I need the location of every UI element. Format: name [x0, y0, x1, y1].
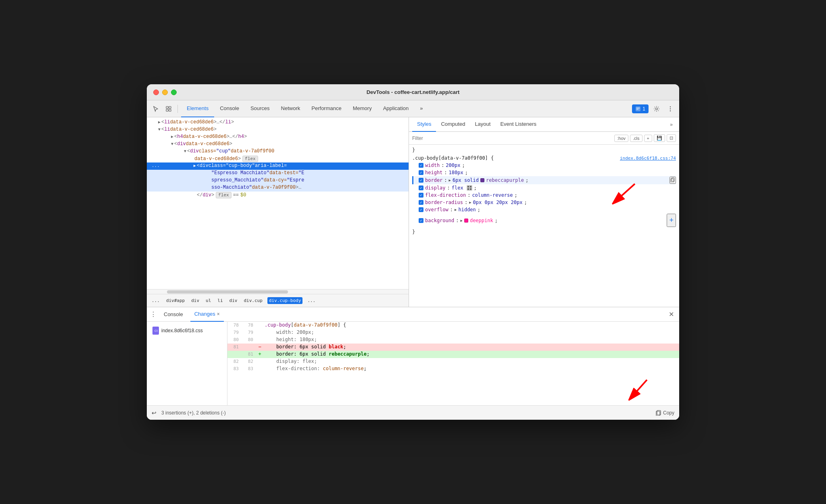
expand-triangle[interactable]: ▼ — [171, 142, 173, 146]
copy-button[interactable]: Copy — [656, 410, 674, 416]
settings-icon[interactable] — [651, 103, 662, 115]
drawer-menu-icon[interactable]: ⋮ — [150, 310, 156, 318]
prop-checkbox[interactable] — [419, 185, 423, 190]
notification-button[interactable]: 1 — [632, 104, 649, 113]
cursor-icon[interactable] — [150, 103, 161, 115]
changes-tab-close[interactable]: × — [217, 311, 220, 317]
html-line[interactable]: ▼ <li data-v-ced68de6> — [147, 126, 409, 133]
copy-property-button[interactable] — [670, 177, 676, 184]
prop-checkbox[interactable] — [419, 200, 423, 205]
html-line[interactable]: </div> flex == $0 — [147, 192, 409, 199]
flex-badge: flex — [242, 156, 258, 162]
tab-network[interactable]: Network — [275, 100, 306, 117]
elements-content[interactable]: ▶ <li data-v-ced68de6>…</li> ▼ <li data-… — [147, 117, 409, 289]
drawer-toolbar: ⋮ Console Changes × ✕ — [147, 307, 679, 322]
bottom-bar: ↩ 3 insertions (+), 2 deletions (-) Copy — [147, 405, 679, 420]
expand-triangle[interactable]: ▶ — [171, 134, 173, 139]
breadcrumb-item[interactable]: div — [228, 297, 239, 304]
html-line[interactable]: data-v-ced68de6> flex — [147, 155, 409, 162]
prop-checkbox[interactable] — [419, 193, 423, 198]
html-line-selected[interactable]: ... ▶ <div class="cup-body" aria-label= — [147, 162, 409, 170]
filter-input[interactable] — [412, 135, 611, 141]
tab-styles[interactable]: Styles — [412, 117, 436, 132]
styles-tab-more[interactable]: » — [667, 122, 676, 127]
diff-view: 78 78 .cup-body[data-v-7a0f9f00] { 79 79… — [227, 322, 679, 405]
toolbar-divider — [177, 105, 178, 113]
tab-event-listeners[interactable]: Event Listeners — [495, 117, 541, 132]
svg-rect-16 — [470, 188, 471, 190]
scroll-thumb[interactable] — [167, 290, 288, 294]
expand-triangle[interactable]: ▼ — [158, 127, 161, 132]
diff-row-removed: 81 − border: 6px solid black; — [227, 344, 679, 351]
tab-layout[interactable]: Layout — [470, 117, 495, 132]
style-prop-row: border-radius : ▶ 0px 0px 20px 20px ; — [412, 199, 676, 206]
breadcrumb-item[interactable]: li — [216, 297, 224, 304]
svg-rect-3 — [169, 109, 171, 111]
breadcrumb-item[interactable]: ... — [150, 297, 161, 304]
html-line[interactable]: spresso_Macchiato" data-cy="Espre — [147, 177, 409, 184]
style-prop-row: flex-direction : column-reverse ; — [412, 192, 676, 199]
style-source[interactable]: index.8d6c6f18.css:74 — [620, 156, 676, 161]
breadcrumb-item[interactable]: div — [190, 297, 201, 304]
breadcrumb-item[interactable]: div.cup — [242, 297, 264, 304]
prop-checkbox[interactable] — [419, 218, 423, 223]
style-prop-row: height : 180px ; — [412, 169, 676, 176]
save-button[interactable]: 💾 — [654, 134, 665, 142]
breadcrumb-item[interactable]: div#app — [165, 297, 186, 304]
breadcrumb-item-selected[interactable]: div.cup-body — [267, 297, 302, 304]
tab-computed[interactable]: Computed — [436, 117, 470, 132]
svg-rect-15 — [467, 188, 469, 190]
tab-more[interactable]: » — [414, 100, 428, 117]
minimize-button[interactable] — [162, 90, 168, 95]
prop-checkbox[interactable] — [419, 207, 423, 212]
traffic-lights — [153, 90, 177, 95]
add-rule-button[interactable]: + — [667, 214, 676, 227]
inspector-button[interactable]: ⊡ — [667, 134, 676, 142]
tab-sources[interactable]: Sources — [245, 100, 275, 117]
expand-triangle[interactable]: ▼ — [184, 149, 186, 154]
tab-application[interactable]: Application — [378, 100, 415, 117]
html-line[interactable]: sso-Macchiato" data-v-7a0f9f00>… — [147, 184, 409, 192]
maximize-button[interactable] — [171, 90, 177, 95]
expand-triangle[interactable]: ▶ — [158, 120, 161, 125]
html-line[interactable]: ▼ <div data-v-ced68de6> — [147, 141, 409, 148]
diff-row: 79 79 width: 200px; — [227, 329, 679, 336]
scroll-track[interactable] — [147, 289, 409, 294]
styles-toolbar-buttons: :hov .cls + 💾 ⊡ — [614, 134, 676, 142]
tab-elements[interactable]: Elements — [181, 100, 214, 117]
style-prop-row: width : 200px ; — [412, 162, 676, 169]
tab-memory[interactable]: Memory — [347, 100, 378, 117]
changes-file[interactable]: CSS index.8d6c6f18.css — [150, 325, 224, 336]
cls-button[interactable]: .cls — [630, 135, 642, 142]
prop-checkbox[interactable] — [419, 178, 423, 183]
drawer-tab-console[interactable]: Console — [160, 307, 187, 322]
drawer-close-button[interactable]: ✕ — [666, 310, 676, 319]
html-line[interactable]: ▶ <h4 data-v-ced68de6>…</h4> — [147, 133, 409, 141]
more-options-icon[interactable] — [665, 103, 676, 115]
color-swatch[interactable] — [480, 178, 484, 182]
layers-icon[interactable] — [163, 103, 174, 115]
style-prop-row: overflow : ▶ hidden ; — [412, 206, 676, 213]
prop-checkbox[interactable] — [419, 170, 423, 175]
diff-row: 78 78 .cup-body[data-v-7a0f9f00] { — [227, 322, 679, 329]
tab-performance[interactable]: Performance — [306, 100, 347, 117]
prop-checkbox[interactable] — [419, 163, 423, 168]
toolbar-tabs: Elements Console Sources Network Perform… — [181, 100, 630, 117]
expand-triangle[interactable]: ▶ — [194, 163, 196, 168]
tab-console[interactable]: Console — [214, 100, 245, 117]
drawer-tab-changes[interactable]: Changes × — [190, 307, 224, 322]
html-line[interactable]: ▼ <div class="cup" data-v-7a0f9f00 — [147, 148, 409, 155]
bottom-drawer: ⋮ Console Changes × ✕ CSS index.8d6c6f18… — [147, 307, 679, 420]
breadcrumb-item[interactable]: ... — [306, 297, 317, 304]
html-line[interactable]: ▶ <li data-v-ced68de6>…</li> — [147, 119, 409, 126]
notification-count: 1 — [642, 106, 645, 112]
add-rule-inline[interactable]: + — [644, 135, 652, 142]
hov-button[interactable]: :hov — [614, 135, 628, 142]
svg-rect-11 — [672, 178, 674, 181]
breadcrumb-item[interactable]: ul — [204, 297, 213, 304]
html-line[interactable]: "Espresso Macchiato" data-test="E — [147, 170, 409, 177]
svg-rect-13 — [467, 186, 469, 187]
close-button[interactable] — [153, 90, 159, 95]
undo-button[interactable]: ↩ — [152, 410, 156, 416]
color-swatch-bg[interactable] — [464, 219, 468, 223]
